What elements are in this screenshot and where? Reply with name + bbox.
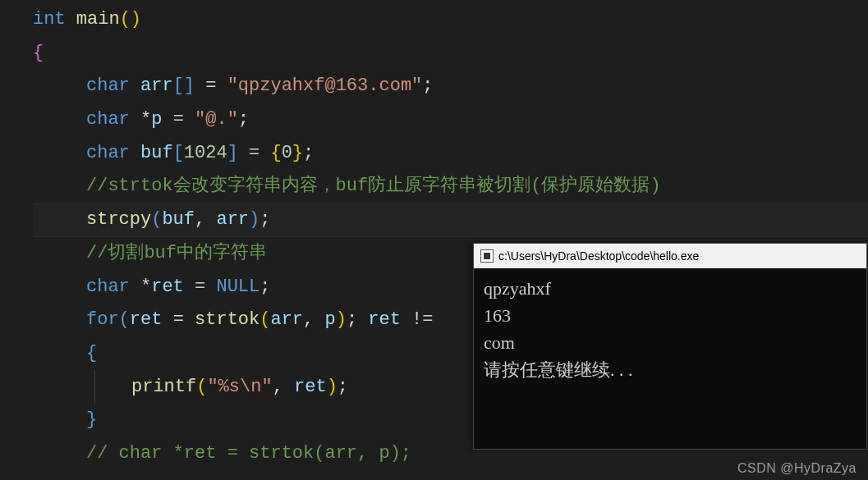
- comment: //切割buf中的字符串: [86, 243, 267, 263]
- string: "qpzyahxf@163.com": [227, 75, 423, 96]
- string: "%s\n": [207, 377, 272, 397]
- code-line[interactable]: int main(): [33, 3, 868, 37]
- terminal-line: com: [484, 329, 857, 356]
- brace: {: [86, 343, 97, 363]
- code-line-active[interactable]: strcpy(buf, arr);: [33, 203, 868, 237]
- code-line[interactable]: //strtok会改变字符串内容，buf防止原字符串被切割(保护原始数据): [33, 170, 868, 203]
- number: 0: [282, 143, 292, 163]
- variable: arr: [140, 75, 173, 96]
- variable: p: [151, 109, 162, 130]
- variable: ret: [130, 309, 163, 330]
- operator: !=: [411, 309, 433, 330]
- keyword: int: [33, 9, 66, 30]
- terminal-titlebar[interactable]: c:\Users\HyDra\Desktop\code\hello.exe: [474, 244, 866, 268]
- number: 1024: [184, 143, 227, 163]
- terminal-icon: [480, 249, 494, 263]
- variable: arr: [216, 209, 249, 230]
- keyword: char: [86, 143, 130, 163]
- function-call: strcpy: [86, 209, 151, 230]
- function-name: main: [76, 9, 120, 30]
- terminal-title-text: c:\Users\HyDra\Desktop\code\hello.exe: [498, 249, 699, 263]
- terminal-window[interactable]: c:\Users\HyDra\Desktop\code\hello.exe qp…: [473, 243, 867, 450]
- code-line[interactable]: char arr[] = "qpzyahxf@163.com";: [33, 70, 868, 103]
- code-line[interactable]: {: [33, 37, 868, 71]
- watermark: CSDN @HyDraZya: [737, 461, 857, 476]
- comment: // char *ret = strtok(arr, p);: [86, 443, 411, 464]
- keyword: char: [86, 75, 130, 96]
- brace: }: [86, 409, 97, 430]
- terminal-line: 请按任意键继续. . .: [484, 356, 857, 383]
- keyword: for: [86, 309, 119, 330]
- variable: ret: [151, 277, 184, 297]
- code-line[interactable]: char buf[1024] = {0};: [33, 137, 868, 171]
- keyword: char: [86, 277, 130, 297]
- terminal-line: 163: [484, 302, 857, 329]
- constant: NULL: [216, 277, 259, 297]
- code-line[interactable]: char *p = "@.";: [33, 103, 868, 137]
- variable: p: [324, 309, 335, 330]
- function-call: strtok: [195, 309, 259, 330]
- variable: ret: [294, 377, 327, 397]
- terminal-line: qpzyahxf: [484, 275, 857, 302]
- string: "@.": [195, 109, 238, 130]
- variable: buf: [162, 209, 195, 230]
- terminal-output[interactable]: qpzyahxf 163 com 请按任意键继续. . .: [474, 268, 866, 390]
- comment: //strtok会改变字符串内容，buf防止原字符串被切割(保护原始数据): [86, 176, 661, 196]
- keyword: char: [86, 109, 130, 130]
- variable: buf: [140, 143, 173, 163]
- variable: ret: [368, 309, 401, 330]
- brace: {: [33, 43, 44, 63]
- variable: arr: [270, 309, 303, 330]
- function-call: printf: [131, 377, 196, 397]
